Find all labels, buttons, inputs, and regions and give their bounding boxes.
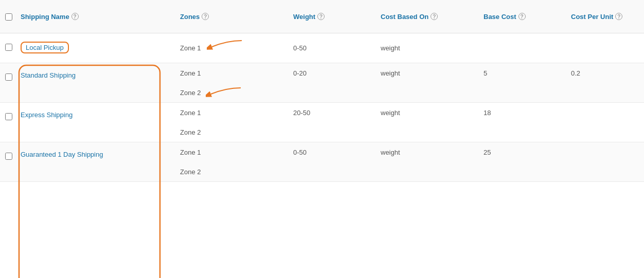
express-zone1-line: Zone 1 (180, 103, 293, 122)
guaranteed-shipping-zones: Zone 1 Zone 2 (180, 142, 293, 181)
local-pickup-basecost (484, 33, 571, 63)
header-perunit: Cost Per Unit ? (571, 13, 634, 21)
header-check-col (0, 5, 21, 28)
table-row: Standard Shipping Zone 1 Zone 2 (0, 63, 644, 103)
local-pickup-name-cell: Local Pickup (21, 33, 180, 63)
standard-shipping-link[interactable]: Standard Shipping (21, 71, 76, 79)
header-weight: Weight ? (293, 13, 381, 21)
table-row: Guaranteed 1 Day Shipping Zone 1 Zone 2 … (0, 142, 644, 182)
shipping-table: Shipping Name ? Zones ? Weight ? Cost Ba… (0, 0, 644, 278)
standard-zone2-line: Zone 2 (180, 83, 293, 102)
local-pickup-outline: Local Pickup (21, 42, 69, 53)
row-check-standard (0, 63, 21, 102)
guaranteed-weight-col: 0-50 (293, 142, 381, 181)
local-pickup-weight: 0-50 (293, 33, 381, 63)
express-perunit-col (571, 103, 634, 142)
express-costbased-col: weight (381, 103, 484, 142)
arrow-local-zone1 (207, 36, 243, 52)
express-shipping-name-cell: Express Shipping (21, 103, 180, 142)
table-header: Shipping Name ? Zones ? Weight ? Cost Ba… (0, 0, 644, 33)
express-basecost-col: 18 (484, 103, 571, 142)
row-check-local (0, 33, 21, 63)
header-shipping-name: Shipping Name ? (21, 13, 180, 21)
local-pickup-checkbox[interactable] (5, 44, 12, 51)
basecost-help-icon[interactable]: ? (518, 13, 526, 20)
header-basecost: Base Cost ? (484, 13, 571, 21)
standard-perunit-col: 0.2 (571, 63, 634, 102)
guaranteed-perunit-col (571, 142, 634, 181)
row-check-express (0, 103, 21, 142)
local-pickup-zone1: Zone 1 (180, 44, 201, 52)
express-weight-col: 20-50 (293, 103, 381, 142)
arrow-standard-zone2 (206, 84, 242, 99)
standard-shipping-checkbox[interactable] (5, 73, 12, 81)
weight-help-icon[interactable]: ? (317, 13, 325, 20)
shipping-name-help-icon[interactable]: ? (71, 13, 79, 20)
local-pickup-costbased: weight (381, 33, 484, 63)
express-shipping-zones: Zone 1 Zone 2 (180, 103, 293, 142)
express-zone2-line: Zone 2 (180, 122, 293, 142)
local-pickup-zones: Zone 1 (180, 33, 293, 63)
select-all-checkbox[interactable] (5, 13, 12, 21)
local-pickup-perunit (571, 33, 634, 63)
guaranteed-shipping-checkbox[interactable] (5, 153, 12, 160)
table-row: Local Pickup Zone 1 0-50 (0, 33, 644, 63)
standard-shipping-zones: Zone 1 Zone 2 (180, 63, 293, 102)
guaranteed-shipping-link[interactable]: Guaranteed 1 Day Shipping (21, 151, 103, 158)
guaranteed-costbased-col: weight (381, 142, 484, 181)
table-body: Local Pickup Zone 1 0-50 (0, 33, 644, 182)
header-zones: Zones ? (180, 13, 293, 21)
standard-basecost-col: 5 (484, 63, 571, 102)
guaranteed-zone2-line: Zone 2 (180, 162, 293, 181)
guaranteed-basecost-col: 25 (484, 142, 571, 181)
standard-shipping-name-cell: Standard Shipping (21, 63, 180, 102)
local-pickup-link[interactable]: Local Pickup (26, 44, 64, 51)
row-check-guaranteed (0, 142, 21, 181)
guaranteed-zone1-line: Zone 1 (180, 142, 293, 162)
costbased-help-icon[interactable]: ? (431, 13, 438, 20)
express-shipping-link[interactable]: Express Shipping (21, 111, 73, 119)
standard-weight-col: 0-20 (293, 63, 381, 102)
table-row: Express Shipping Zone 1 Zone 2 20-50 wei… (0, 103, 644, 142)
guaranteed-shipping-name-cell: Guaranteed 1 Day Shipping (21, 142, 180, 181)
standard-zone1-line: Zone 1 (180, 63, 293, 83)
standard-costbased-col: weight (381, 63, 484, 102)
zones-help-icon[interactable]: ? (202, 13, 209, 20)
perunit-help-icon[interactable]: ? (615, 13, 622, 20)
express-shipping-checkbox[interactable] (5, 113, 12, 120)
header-costbased: Cost Based On ? (381, 13, 484, 21)
